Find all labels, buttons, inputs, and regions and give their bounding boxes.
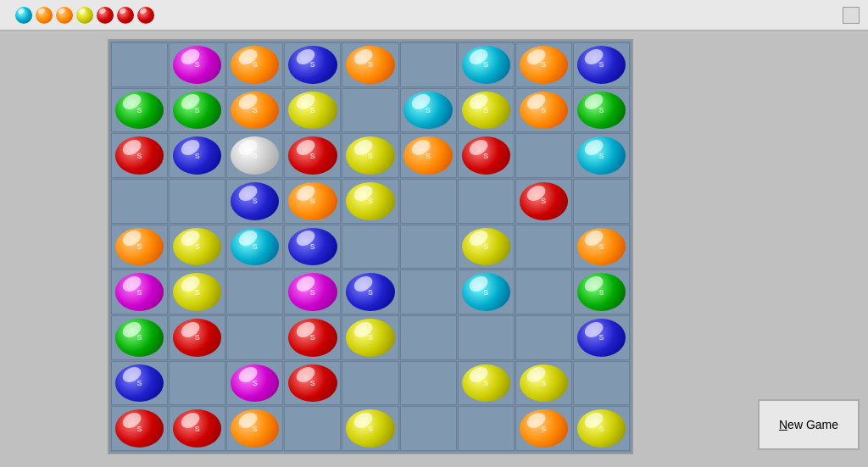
cell[interactable] [226, 406, 283, 451]
cell[interactable] [573, 361, 630, 406]
ball-red [115, 136, 164, 175]
cell[interactable] [226, 270, 283, 314]
cell[interactable] [573, 406, 630, 451]
cell[interactable] [169, 88, 225, 133]
new-game-underline-n: N [779, 418, 787, 431]
ball-blue [173, 136, 221, 175]
ball-orange [231, 92, 279, 130]
cell[interactable] [111, 225, 168, 270]
cell[interactable] [169, 315, 225, 360]
ball-orange [115, 228, 164, 266]
cell[interactable] [169, 133, 225, 178]
cell[interactable] [111, 88, 168, 133]
cell[interactable] [573, 270, 630, 314]
cell[interactable] [573, 133, 630, 178]
cell[interactable] [573, 179, 630, 224]
ball-yellow [462, 92, 510, 130]
next-ball-6 [117, 7, 134, 24]
cell[interactable] [111, 270, 168, 314]
cell[interactable] [458, 42, 515, 87]
cell[interactable] [169, 179, 225, 224]
close-button[interactable] [843, 7, 860, 24]
cell[interactable] [226, 133, 283, 178]
ball-yellow [520, 364, 568, 403]
cell[interactable] [515, 361, 572, 406]
cell[interactable] [400, 42, 457, 87]
cell[interactable] [111, 179, 168, 224]
cell[interactable] [111, 133, 168, 178]
cell[interactable] [284, 179, 341, 224]
ball-orange [577, 228, 626, 266]
cell[interactable] [169, 225, 225, 270]
cell[interactable] [284, 88, 341, 133]
cell[interactable] [515, 270, 572, 314]
cell[interactable] [284, 406, 341, 451]
cell[interactable] [515, 225, 572, 270]
cell[interactable] [342, 42, 398, 87]
cell[interactable] [515, 42, 572, 87]
cell[interactable] [284, 42, 341, 87]
cell[interactable] [458, 270, 515, 314]
cell[interactable] [458, 406, 515, 451]
cell[interactable] [458, 179, 515, 224]
cell[interactable] [342, 270, 398, 314]
next-ball-2 [36, 7, 53, 24]
cell[interactable] [284, 133, 341, 178]
cell[interactable] [400, 270, 457, 314]
cell[interactable] [515, 406, 572, 451]
ball-green [115, 92, 164, 130]
cell[interactable] [284, 361, 341, 406]
cell[interactable] [226, 361, 283, 406]
cell[interactable] [573, 315, 630, 360]
cell[interactable] [111, 315, 168, 360]
cell[interactable] [111, 42, 168, 87]
cell[interactable] [400, 225, 457, 270]
cell[interactable] [342, 88, 398, 133]
new-game-button[interactable]: New Game [758, 399, 860, 450]
game-board[interactable] [108, 39, 633, 454]
cell[interactable] [573, 88, 630, 133]
cell[interactable] [515, 133, 572, 178]
cell[interactable] [458, 361, 515, 406]
main-area: New Game [0, 31, 868, 467]
cell[interactable] [111, 406, 168, 451]
cell[interactable] [515, 179, 572, 224]
cell[interactable] [515, 315, 572, 360]
cell[interactable] [515, 88, 572, 133]
cell[interactable] [226, 315, 283, 360]
cell[interactable] [400, 361, 457, 406]
cell[interactable] [458, 88, 515, 133]
cell[interactable] [226, 179, 283, 224]
cell[interactable] [400, 406, 457, 451]
cell[interactable] [458, 133, 515, 178]
cell[interactable] [169, 361, 225, 406]
ball-magenta [288, 273, 337, 311]
cell[interactable] [169, 406, 225, 451]
cell[interactable] [342, 315, 398, 360]
cell[interactable] [342, 406, 398, 451]
ball-green [577, 273, 626, 311]
cell[interactable] [226, 88, 283, 133]
cell[interactable] [284, 270, 341, 314]
cell[interactable] [226, 225, 283, 270]
cell[interactable] [400, 88, 457, 133]
cell[interactable] [111, 361, 168, 406]
cell[interactable] [400, 179, 457, 224]
cell[interactable] [169, 270, 225, 314]
cell[interactable] [342, 133, 398, 178]
cell[interactable] [342, 179, 398, 224]
cell[interactable] [458, 315, 515, 360]
cell[interactable] [458, 225, 515, 270]
cell[interactable] [284, 225, 341, 270]
ball-blue [577, 319, 626, 357]
cell[interactable] [573, 225, 630, 270]
cell[interactable] [284, 315, 341, 360]
cell[interactable] [400, 315, 457, 360]
cell[interactable] [226, 42, 283, 87]
cell[interactable] [573, 42, 630, 87]
cell[interactable] [342, 225, 398, 270]
cell[interactable] [400, 133, 457, 178]
cell[interactable] [169, 42, 225, 87]
cell[interactable] [342, 361, 398, 406]
ball-orange [346, 46, 394, 84]
